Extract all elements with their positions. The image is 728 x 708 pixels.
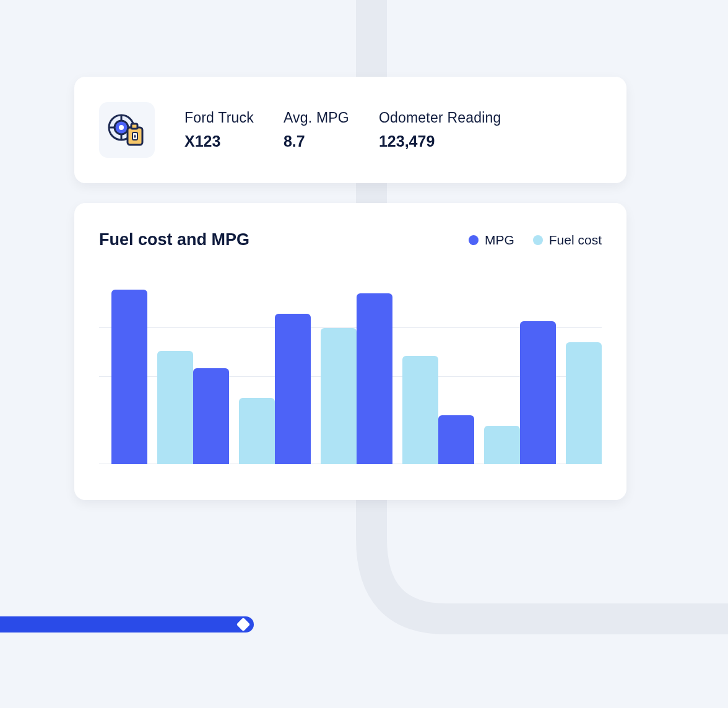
stat-odometer-label: Odometer Reading [379,110,501,126]
bar-mpg [193,368,229,464]
bar-fuelcost [239,398,275,464]
stat-vehicle: Ford Truck X123 [184,110,254,150]
bar-fuelcost [321,328,357,464]
vehicle-summary-card: Ford Truck X123 Avg. MPG 8.7 Odometer Re… [74,77,626,183]
bar-group [111,290,193,464]
stat-mpg: Avg. MPG 8.7 [284,110,349,150]
bar-fuelcost [484,426,520,464]
bar-group [520,321,602,464]
svg-rect-8 [131,124,137,129]
chart-bars [99,290,602,464]
legend-dot-fuelcost-icon [533,235,543,245]
bar-mpg [438,415,474,464]
chart-header: Fuel cost and MPG MPG Fuel cost [99,230,602,249]
bar-fuelcost [157,351,193,464]
stat-odometer: Odometer Reading 123,479 [379,110,501,150]
legend-item-fuelcost: Fuel cost [533,233,602,248]
legend-item-mpg: MPG [469,233,514,248]
fuel-chart-card: Fuel cost and MPG MPG Fuel cost [74,203,626,500]
progress-bar [0,616,254,632]
vehicle-icon-box [99,102,155,158]
legend-label-mpg: MPG [485,233,514,248]
stat-vehicle-label: Ford Truck [184,110,254,126]
chart-title: Fuel cost and MPG [99,230,249,249]
bar-mpg [275,314,311,464]
bar-fuelcost [566,342,602,464]
bar-group [357,293,438,464]
svg-point-2 [119,125,124,130]
legend-label-fuelcost: Fuel cost [549,233,602,248]
bar-mpg [111,290,147,464]
chart-area [99,272,602,475]
stat-mpg-value: 8.7 [284,132,349,150]
legend-dot-mpg-icon [469,235,479,245]
stat-odometer-value: 123,479 [379,132,501,150]
bar-mpg [520,321,556,464]
bar-mpg [357,293,392,464]
bar-fuelcost [402,356,438,464]
stat-vehicle-value: X123 [184,132,254,150]
bar-group [275,314,357,464]
wheel-fuel-icon [108,113,146,147]
chart-legend: MPG Fuel cost [469,233,602,248]
stat-mpg-label: Avg. MPG [284,110,349,126]
bar-group [438,415,520,464]
bar-group [193,368,275,464]
